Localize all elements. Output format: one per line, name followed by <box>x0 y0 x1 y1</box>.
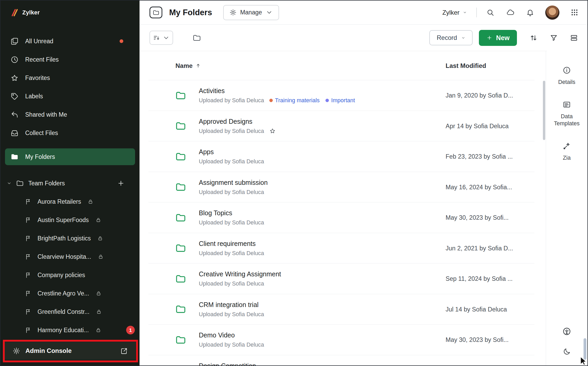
user-avatar[interactable] <box>545 6 559 20</box>
row-name[interactable]: CRM integration trial <box>199 301 264 308</box>
tag-dot <box>325 99 329 102</box>
table-row-approved-designs[interactable]: Approved Designs Uploaded by Sofia Deluc… <box>140 111 547 142</box>
pin-icon <box>25 327 31 333</box>
nav-item-icon <box>10 74 19 82</box>
team-folder-brightpath-logistics[interactable]: BrightPath Logistics <box>1 229 140 247</box>
view-sort-button[interactable] <box>149 31 173 45</box>
team-folder-austin-superfoods[interactable]: Austin SuperFoods <box>1 211 140 229</box>
admin-console-label: Admin Console <box>25 347 72 354</box>
row-text: Design Competition <box>199 362 256 365</box>
table-row-apps[interactable]: Apps Uploaded by Sofia Deluca Feb 23, 20… <box>140 141 547 172</box>
row-name[interactable]: Assignment submission <box>199 179 268 186</box>
row-name[interactable]: Activities <box>199 87 355 95</box>
table-row-client-requirements[interactable]: Client requirements Uploaded by Sofia De… <box>140 233 547 264</box>
right-rail-item-details[interactable]: Details <box>548 66 585 86</box>
table-row-demo-video[interactable]: Demo Video Uploaded by Sofia Deluca May … <box>140 325 547 355</box>
table-row-crm-integration-trial[interactable]: CRM integration trial Uploaded by Sofia … <box>140 294 547 325</box>
team-folder-clearview-hospita[interactable]: Clearview Hospita... <box>1 247 140 266</box>
row-name[interactable]: Blog Topics <box>199 209 264 217</box>
new-folder-icon[interactable] <box>193 34 201 42</box>
folder-list: Activities Uploaded by Sofia Deluca Trai… <box>140 80 547 365</box>
row-subtitle: Uploaded by Sofia Deluca <box>199 219 264 226</box>
sort-tree-icon <box>153 34 160 41</box>
table-row-assignment-submission[interactable]: Assignment submission Uploaded by Sofia … <box>140 172 547 203</box>
sidebar-item-favorites[interactable]: Favorites <box>1 69 140 87</box>
team-folder-crestline-agro-ve[interactable]: Crestline Agro Ve... <box>1 284 140 303</box>
folder-icon <box>175 304 187 315</box>
external-link-icon[interactable] <box>120 347 128 355</box>
row-name[interactable]: Demo Video <box>199 331 264 339</box>
row-name[interactable]: Creative Writing Assignment <box>199 270 281 278</box>
layout-view-icon[interactable] <box>570 34 578 42</box>
row-modified: Feb 23, 2023 by Sofia ... <box>446 153 513 160</box>
table-row-activities[interactable]: Activities Uploaded by Sofia Deluca Trai… <box>140 80 547 111</box>
new-button[interactable]: New <box>479 30 517 46</box>
row-main: Creative Writing Assignment Uploaded by … <box>175 270 281 287</box>
list-scrollbar-thumb[interactable] <box>543 81 545 140</box>
page-folder-badge <box>149 7 162 18</box>
row-main: Design Competition <box>175 362 256 365</box>
team-folder-aurora-retailers[interactable]: Aurora Retailers <box>1 192 140 211</box>
pin-icon <box>25 253 31 260</box>
table-row-blog-topics[interactable]: Blog Topics Uploaded by Sofia Deluca May… <box>140 202 547 233</box>
sidebar-item-my-folders[interactable]: My Folders <box>5 148 135 165</box>
team-folder-company-policies[interactable]: Company policies <box>1 266 140 284</box>
right-rail-item-zia[interactable]: Zia <box>548 142 585 162</box>
team-folders-header[interactable]: Team Folders <box>1 174 140 192</box>
row-subtitle: Uploaded by Sofia Deluca <box>199 97 264 104</box>
table-row-design-competition[interactable]: Design Competition <box>140 355 547 366</box>
dark-mode-moon-icon[interactable] <box>563 347 571 356</box>
header-divider <box>476 8 477 17</box>
pin-icon <box>25 217 31 223</box>
row-text: CRM integration trial Uploaded by Sofia … <box>199 301 264 318</box>
row-name[interactable]: Client requirements <box>199 240 264 247</box>
row-star-icon[interactable] <box>269 128 276 134</box>
row-text: Demo Video Uploaded by Sofia Deluca <box>199 331 264 348</box>
account-switcher[interactable]: Zylker <box>442 9 467 16</box>
row-name[interactable]: Design Competition <box>199 362 256 365</box>
search-icon[interactable] <box>486 8 494 17</box>
unread-dot <box>120 39 123 43</box>
team-folder-harmony-educati[interactable]: Harmony Educati... 1 <box>1 321 140 339</box>
row-name[interactable]: Approved Designs <box>199 117 276 125</box>
nav-item-label: My Folders <box>25 153 55 160</box>
chevron-down-icon[interactable] <box>7 181 12 186</box>
admin-console-button[interactable]: Admin Console <box>5 342 136 360</box>
sidebar-item-all-unread[interactable]: All Unread <box>1 32 140 50</box>
right-rail-item-label: Zia <box>563 154 571 162</box>
filter-funnel-icon[interactable] <box>550 34 558 42</box>
row-subline: Uploaded by Sofia Deluca Training materi… <box>199 97 355 104</box>
sidebar-item-collect-files[interactable]: Collect Files <box>1 124 140 142</box>
right-rail: Details Data Templates Zia <box>546 51 587 365</box>
tag-training-materials[interactable]: Training materials <box>269 97 320 104</box>
row-subtitle: Uploaded by Sofia Deluca <box>199 128 264 134</box>
gear-icon <box>13 347 20 355</box>
add-team-folder-button[interactable] <box>117 179 125 187</box>
manage-button[interactable]: Manage <box>223 5 279 20</box>
right-rail-item-data-templates[interactable]: Data Templates <box>548 100 585 127</box>
sidebar-item-labels[interactable]: Labels <box>1 87 140 105</box>
apps-grid-icon[interactable] <box>570 8 579 17</box>
toolbar-icons <box>530 34 578 42</box>
header-icons <box>486 8 534 17</box>
sort-arrows-icon[interactable] <box>530 34 538 42</box>
row-subtitle: Uploaded by Sofia Deluca <box>199 158 264 165</box>
nav-item-icon <box>10 129 19 137</box>
table-row-creative-writing-assignment[interactable]: Creative Writing Assignment Uploaded by … <box>140 263 547 294</box>
sidebar-item-shared-with-me[interactable]: Shared with Me <box>1 105 140 124</box>
tag-important[interactable]: Important <box>325 97 355 104</box>
team-folder-greenfield-constr[interactable]: Greenfield Constr... <box>1 303 140 321</box>
right-rail-item-label: Details <box>558 79 575 86</box>
record-dropdown-button[interactable]: Record <box>429 30 472 45</box>
brand-name: Zylker <box>22 9 40 16</box>
brand-row: Zylker <box>1 1 140 25</box>
column-header-last-modified[interactable]: Last Modified <box>446 62 486 69</box>
sidebar-item-recent-files[interactable]: Recent Files <box>1 50 140 69</box>
window-scrollbar-thumb[interactable] <box>584 338 586 360</box>
row-name[interactable]: Apps <box>199 148 264 156</box>
cloud-icon[interactable] <box>506 8 514 17</box>
notifications-bell-icon[interactable] <box>526 8 534 17</box>
accessibility-icon[interactable] <box>562 327 571 336</box>
column-header-name[interactable]: Name <box>175 62 201 69</box>
row-subline: Uploaded by Sofia Deluca <box>199 280 281 287</box>
